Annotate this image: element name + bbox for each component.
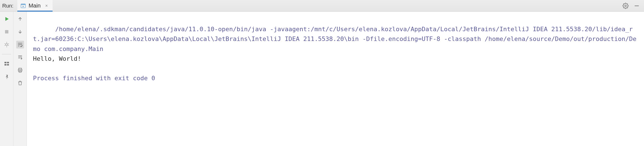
blank-line bbox=[33, 64, 639, 73]
scroll-to-end-icon[interactable] bbox=[16, 53, 24, 61]
svg-rect-1 bbox=[21, 4, 25, 5]
run-toolbar-inner bbox=[13, 12, 27, 146]
run-config-icon bbox=[20, 3, 26, 9]
svg-rect-8 bbox=[4, 62, 6, 63]
play-icon[interactable] bbox=[3, 15, 11, 23]
layout-icon[interactable] bbox=[3, 60, 11, 68]
console-stdout: Hello, World! bbox=[33, 55, 81, 62]
stop-icon[interactable] bbox=[3, 28, 11, 36]
svg-point-7 bbox=[6, 43, 8, 45]
run-toolbar-outer bbox=[0, 12, 13, 146]
arrow-down-icon[interactable] bbox=[16, 28, 24, 36]
console-command: /home/elena/.sdkman/candidates/java/11.0… bbox=[33, 26, 636, 52]
console-output[interactable]: /home/elena/.sdkman/candidates/java/11.0… bbox=[27, 12, 644, 146]
trash-icon[interactable] bbox=[16, 79, 24, 87]
svg-rect-9 bbox=[7, 62, 9, 63]
tab-label: Main bbox=[29, 3, 41, 9]
svg-marker-2 bbox=[23, 6, 24, 7]
close-icon[interactable]: × bbox=[44, 3, 49, 8]
svg-marker-5 bbox=[5, 17, 9, 21]
svg-point-3 bbox=[625, 5, 626, 7]
pin-icon[interactable] bbox=[3, 73, 11, 81]
svg-rect-10 bbox=[4, 64, 6, 65]
minimize-icon[interactable] bbox=[633, 3, 640, 9]
gear-icon[interactable] bbox=[622, 3, 629, 9]
panel-title: Run: bbox=[0, 0, 17, 11]
arrow-up-icon[interactable] bbox=[16, 15, 24, 23]
run-tabs: Main × bbox=[17, 0, 52, 11]
svg-rect-14 bbox=[19, 71, 21, 72]
console-exit-line: Process finished with exit code 0 bbox=[33, 75, 155, 82]
run-panel-header: Run: Main × bbox=[0, 0, 644, 12]
print-icon[interactable] bbox=[16, 66, 24, 74]
soft-wrap-icon[interactable] bbox=[16, 41, 24, 48]
debug-rerun-icon[interactable] bbox=[3, 41, 11, 48]
svg-rect-6 bbox=[5, 30, 8, 33]
svg-rect-11 bbox=[7, 64, 9, 65]
separator bbox=[2, 54, 11, 54]
tab-main[interactable]: Main × bbox=[17, 0, 52, 11]
